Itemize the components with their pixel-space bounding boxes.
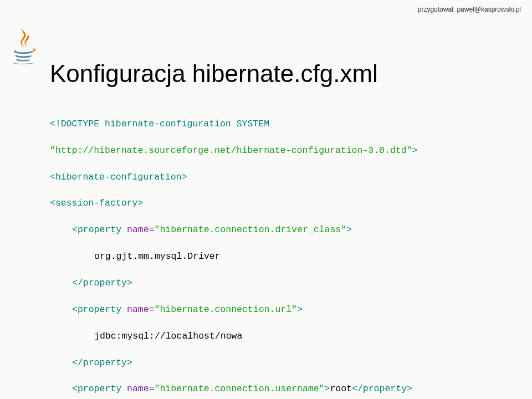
xml-tag: > bbox=[412, 145, 418, 156]
code-line: jdbc:mysql://localhost/nowa bbox=[94, 330, 417, 343]
xml-string: "hibernate.connection.username" bbox=[155, 383, 325, 394]
xml-tag: <property bbox=[72, 304, 127, 315]
code-line: </property> bbox=[72, 277, 417, 290]
xml-tag: </property> bbox=[352, 383, 412, 394]
code-line: <hibernate-configuration> bbox=[50, 171, 417, 184]
code-line: "http://hibernate.sourceforge.net/hibern… bbox=[50, 144, 417, 157]
code-line: <property name="hibernate.connection.url… bbox=[72, 303, 417, 316]
xml-tag: > bbox=[325, 383, 330, 394]
code-line: <property name="hibernate.connection.use… bbox=[72, 382, 417, 396]
xml-tag: </property> bbox=[72, 278, 132, 288]
xml-tag: <session-factory> bbox=[50, 198, 143, 208]
xml-attr: name= bbox=[127, 304, 155, 315]
code-line: <!DOCTYPE hibernate-configuration SYSTEM bbox=[50, 117, 417, 131]
xml-string: "hibernate.connection.url" bbox=[155, 304, 297, 315]
xml-string: "http://hibernate.sourceforge.net/hibern… bbox=[50, 145, 412, 156]
xml-tag: > bbox=[297, 304, 303, 315]
xml-tag: <property bbox=[72, 383, 127, 394]
xml-doctype: <!DOCTYPE hibernate-configuration SYSTEM bbox=[50, 119, 269, 129]
xml-tag: > bbox=[346, 224, 352, 235]
code-line: <property name="hibernate.connection.dri… bbox=[72, 223, 417, 237]
xml-attr: name= bbox=[127, 224, 155, 235]
xml-text: root bbox=[330, 383, 352, 394]
xml-tag: <hibernate-configuration> bbox=[50, 172, 187, 182]
page-title: Konfiguracja hibernate.cfg.xml bbox=[50, 60, 378, 88]
xml-tag: <property bbox=[72, 224, 127, 235]
code-line: <session-factory> bbox=[50, 197, 417, 210]
code-line: org.gjt.mm.mysql.Driver bbox=[94, 250, 417, 263]
java-logo-icon bbox=[11, 28, 38, 64]
xml-tag: </property> bbox=[72, 357, 132, 368]
xml-text: org.gjt.mm.mysql.Driver bbox=[94, 251, 221, 262]
xml-text: jdbc:mysql://localhost/nowa bbox=[94, 331, 242, 341]
xml-attr: name= bbox=[127, 383, 155, 394]
xml-string: "hibernate.connection.driver_class" bbox=[155, 224, 347, 235]
header-credit: przygotował: pawel@kasprowski.pl bbox=[418, 6, 521, 13]
code-block: <!DOCTYPE hibernate-configuration SYSTEM… bbox=[50, 104, 417, 399]
code-line: </property> bbox=[72, 356, 417, 370]
